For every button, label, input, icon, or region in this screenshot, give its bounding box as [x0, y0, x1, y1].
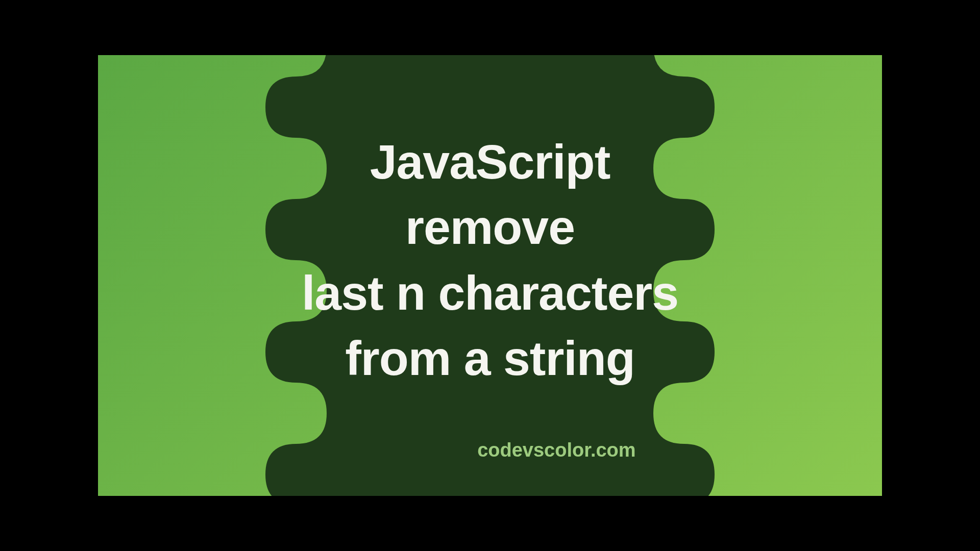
site-attribution: codevscolor.com [477, 439, 635, 461]
title-line-2: remove [260, 194, 720, 260]
title-block: JavaScript remove last n characters from… [260, 129, 720, 391]
title-line-4: from a string [260, 325, 720, 390]
title-line-3: last n characters [260, 260, 720, 325]
banner-canvas: JavaScript remove last n characters from… [98, 55, 882, 496]
title-line-1: JavaScript [260, 129, 720, 194]
